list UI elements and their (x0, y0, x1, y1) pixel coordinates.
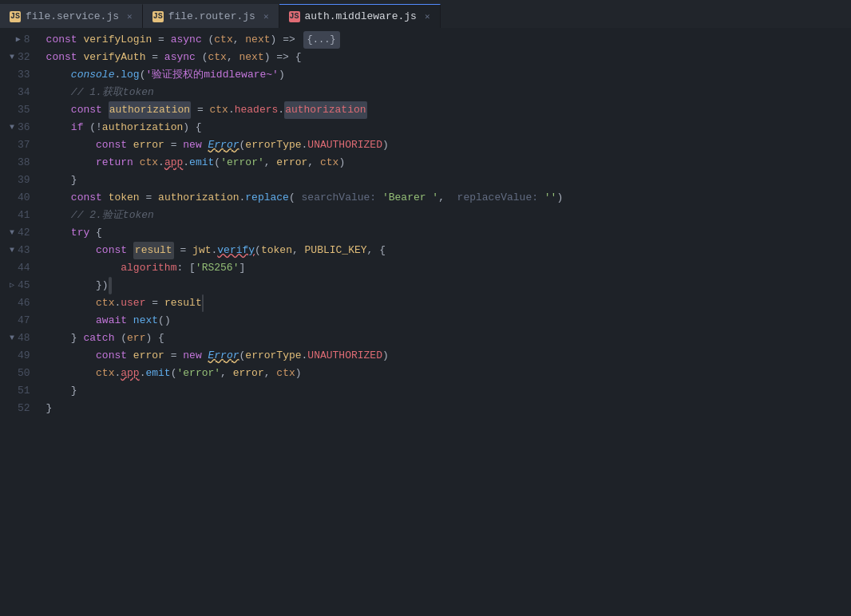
code-line-48: } catch (err) { (40, 330, 851, 347)
line-num-51: 51 (0, 382, 40, 400)
tab-icon-auth-middleware: JS (289, 11, 300, 22)
code-line-38: return ctx.app.emit('error', error, ctx) (40, 154, 851, 172)
tab-label-auth-middleware: auth.middleware.js (305, 10, 417, 22)
code-line-41: // 2.验证token (40, 207, 851, 224)
code-line-44: algorithm: ['RS256'] (40, 259, 851, 277)
code-line-33: console.log('验证授权的middleware~') (40, 66, 851, 84)
fold-arrow-8[interactable]: ▶ (13, 31, 21, 49)
code-line-52: } (40, 400, 851, 417)
line-num-47: 47 (0, 312, 40, 330)
line-num-35: 35 (0, 101, 40, 119)
line-num-34: 34 (0, 84, 40, 101)
fold-arrow-42[interactable]: ▼ (6, 224, 14, 242)
line-numbers: ▶ 8 ▼ 32 33 34 35 ▼ 36 37 38 39 40 41 ▼ … (0, 28, 40, 616)
code-line-36: if (!authorization) { (40, 119, 851, 136)
line-num-44: 44 (0, 259, 40, 277)
fold-arrow-43[interactable]: ▼ (6, 242, 14, 259)
code-line-51: } (40, 382, 851, 400)
line-num-38: 38 (0, 154, 40, 172)
code-line-35: const authorization = ctx.headers.author… (40, 101, 851, 119)
code-line-8: const verifyLogin = async (ctx, next) =>… (40, 31, 851, 49)
tab-label-file-router: file.router.js (168, 10, 255, 22)
code-line-49: const error = new Error(errorType.UNAUTH… (40, 347, 851, 365)
code-line-45: })​ (40, 277, 851, 294)
editor-container: JS file.service.js ✕ JS file.router.js ✕… (0, 0, 851, 616)
line-num-39: 39 (0, 172, 40, 189)
code-line-39: } (40, 172, 851, 189)
code-line-42: try { (40, 224, 851, 242)
code-area: ▶ 8 ▼ 32 33 34 35 ▼ 36 37 38 39 40 41 ▼ … (0, 28, 851, 616)
line-num-43: ▼ 43 (0, 242, 40, 259)
tab-icon-file-service: JS (10, 11, 21, 22)
line-num-8: ▶ 8 (0, 31, 40, 49)
fold-arrow-45[interactable]: ▷ (6, 277, 14, 294)
tab-icon-file-router: JS (152, 11, 164, 22)
line-num-50: 50 (0, 365, 40, 382)
line-num-41: 41 (0, 207, 40, 224)
line-num-45: ▷ 45 (0, 277, 40, 294)
code-line-40: const token = authorization.replace( sea… (40, 189, 851, 207)
fold-arrow-48[interactable]: ▼ (6, 330, 14, 347)
code-line-46: ctx.user = result​ (40, 294, 851, 312)
tab-file-router[interactable]: JS file.router.js ✕ (143, 4, 279, 28)
code-content[interactable]: const verifyLogin = async (ctx, next) =>… (40, 28, 851, 616)
tab-file-service[interactable]: JS file.service.js ✕ (0, 4, 143, 28)
line-num-42: ▼ 42 (0, 224, 40, 242)
line-num-48: ▼ 48 (0, 330, 40, 347)
tab-close-file-service[interactable]: ✕ (127, 11, 133, 22)
line-num-40: 40 (0, 189, 40, 207)
line-num-37: 37 (0, 136, 40, 154)
code-line-32: const verifyAuth = async (ctx, next) => … (40, 49, 851, 66)
line-num-33: 33 (0, 66, 40, 84)
fold-arrow-36[interactable]: ▼ (6, 119, 14, 136)
code-line-50: ctx.app.emit('error', error, ctx) (40, 365, 851, 382)
fold-arrow-32[interactable]: ▼ (6, 49, 14, 66)
tab-close-auth-middleware[interactable]: ✕ (425, 11, 430, 22)
tab-label-file-service: file.service.js (26, 10, 119, 22)
line-num-49: 49 (0, 347, 40, 365)
tab-auth-middleware[interactable]: JS auth.middleware.js ✕ (279, 4, 441, 28)
code-line-37: const error = new Error(errorType.UNAUTH… (40, 136, 851, 154)
code-line-43: const result = jwt.verify(token, PUBLIC_… (40, 242, 851, 259)
line-num-52: 52 (0, 400, 40, 417)
line-num-32: ▼ 32 (0, 49, 40, 66)
line-num-46: 46 (0, 294, 40, 312)
tab-bar: JS file.service.js ✕ JS file.router.js ✕… (0, 0, 851, 28)
tab-close-file-router[interactable]: ✕ (263, 11, 269, 22)
code-line-47: await next() (40, 312, 851, 330)
code-line-34: // 1.获取token (40, 84, 851, 101)
line-num-36: ▼ 36 (0, 119, 40, 136)
